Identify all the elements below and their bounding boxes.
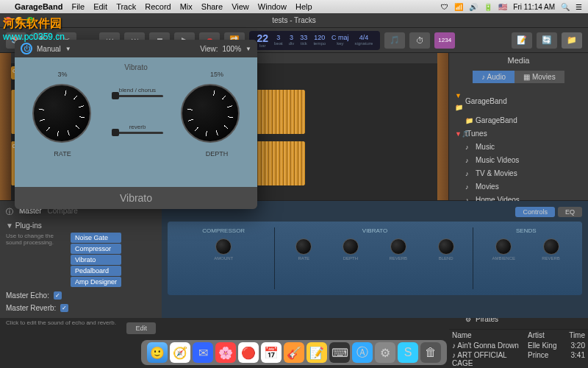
view-zoom[interactable]: 100% bbox=[223, 45, 242, 53]
tab-eq[interactable]: EQ bbox=[558, 207, 582, 217]
knob-amount[interactable] bbox=[215, 238, 232, 255]
wood-sidebar-right bbox=[437, 53, 448, 200]
watermark: 河东软件园 www.pc0359.cn bbox=[3, 16, 65, 42]
depth-dial[interactable] bbox=[181, 84, 240, 143]
inspector-panel: ⓘ Master Compare ▼ Plug-ins Use to chang… bbox=[0, 201, 162, 318]
appstore-icon[interactable]: Ⓐ bbox=[352, 342, 373, 363]
plugins-desc: Use to change the sound processing. bbox=[6, 233, 65, 281]
blend-slider[interactable] bbox=[112, 95, 163, 97]
knob-depth[interactable] bbox=[343, 238, 359, 255]
echo-checkbox[interactable]: ✓ bbox=[54, 291, 62, 300]
track-row[interactable]: ♪ ART OFFICIAL CAGEPrince3:41 bbox=[449, 350, 588, 368]
menu-record[interactable]: Record bbox=[145, 2, 171, 11]
track-list-header[interactable]: Name Artist Time bbox=[449, 330, 588, 341]
spotlight-icon[interactable]: 🔍 bbox=[561, 3, 570, 11]
view-label: View: bbox=[200, 45, 218, 53]
calendar-icon[interactable]: 📅 bbox=[261, 342, 282, 363]
mode-select[interactable]: Manual bbox=[37, 45, 61, 53]
wifi-icon[interactable]: 📶 bbox=[454, 3, 463, 11]
reverb-label: Master Reverb: bbox=[6, 304, 56, 312]
plugin-vibrato[interactable]: Vibrato bbox=[71, 255, 121, 265]
window-title: tests - Tracks bbox=[272, 16, 315, 24]
reverb-label: reverb bbox=[112, 124, 163, 130]
metronome-button[interactable]: ⏱ bbox=[409, 32, 430, 49]
safari-icon[interactable]: 🧭 bbox=[170, 342, 190, 363]
macos-dock[interactable]: 🙂 🧭 ✉ 🌸 🔴 📅 🎸 📝 ⌨ Ⓐ ⚙ S 🗑 bbox=[141, 340, 447, 365]
battery-icon[interactable]: 🔋 bbox=[484, 3, 492, 11]
info-icon[interactable]: ⓘ bbox=[6, 207, 13, 217]
notepad-button[interactable]: 📝 bbox=[512, 32, 532, 49]
skype-icon[interactable]: S bbox=[398, 342, 418, 363]
knob-rate[interactable] bbox=[295, 238, 312, 255]
finder-icon[interactable]: 🙂 bbox=[147, 342, 168, 363]
menu-track[interactable]: Track bbox=[116, 2, 136, 11]
photos-icon[interactable]: 🌸 bbox=[215, 342, 236, 363]
terminal-icon[interactable]: ⌨ bbox=[329, 342, 350, 363]
controls-panel: Controls EQ COMPRESSOR AMOUNT VIBRATO RA… bbox=[162, 201, 588, 318]
reverb-checkbox[interactable]: ✓ bbox=[60, 304, 68, 312]
plugins-header[interactable]: ▼ Plug-ins bbox=[6, 222, 156, 230]
trash-icon[interactable]: 🗑 bbox=[420, 342, 441, 363]
blend-label: blend / chorus bbox=[112, 87, 163, 93]
media-button[interactable]: 📁 bbox=[562, 32, 582, 49]
depth-value: 15% bbox=[96, 71, 338, 78]
knob-reverb[interactable] bbox=[390, 238, 406, 255]
shield-icon[interactable]: 🛡 bbox=[441, 3, 448, 11]
knob-blend[interactable] bbox=[438, 238, 454, 255]
media-panel: Media ♪ Audio ▦ Movies ▼📁GarageBand 📁Gar… bbox=[448, 53, 588, 200]
bottom-panel: ⓘ Master Compare ▼ Plug-ins Use to chang… bbox=[0, 200, 588, 318]
tuner-button[interactable]: 🎵 bbox=[384, 32, 405, 49]
menu-help[interactable]: Help bbox=[295, 2, 312, 11]
echo-label: Master Echo: bbox=[6, 291, 49, 300]
media-title: Media bbox=[449, 53, 588, 68]
flag-icon[interactable]: 🇺🇸 bbox=[498, 3, 507, 11]
window-titlebar: tests - Tracks bbox=[0, 13, 588, 28]
clock[interactable]: Fri 11:14 AM bbox=[513, 3, 555, 11]
mail-icon[interactable]: ✉ bbox=[193, 342, 213, 363]
chrome-icon[interactable]: 🔴 bbox=[238, 342, 259, 363]
plugin-ampdesigner[interactable]: Amp Designer bbox=[71, 277, 121, 287]
garageband-icon[interactable]: 🎸 bbox=[284, 342, 304, 363]
knob-ambience[interactable] bbox=[495, 238, 512, 255]
plugin-compressor[interactable]: Compressor bbox=[71, 244, 121, 254]
tab-audio[interactable]: ♪ Audio bbox=[473, 71, 514, 83]
rate-dial[interactable] bbox=[32, 84, 91, 143]
edit-hint: Click to edit the sound of echo and reve… bbox=[6, 319, 126, 326]
reverb-slider[interactable] bbox=[112, 132, 163, 134]
volume-icon[interactable]: 🔊 bbox=[469, 3, 478, 11]
fx-strip: COMPRESSOR AMOUNT VIBRATO RATE DEPTH REV… bbox=[168, 222, 582, 295]
vibrato-plugin-window[interactable]: ⏻ Manual ▼ View: 100% ▼ Vibrato 3% 15% R… bbox=[15, 40, 257, 209]
menu-share[interactable]: Share bbox=[201, 2, 223, 11]
plugin-noisegate[interactable]: Noise Gate bbox=[71, 233, 121, 243]
knob-send-reverb[interactable] bbox=[543, 238, 559, 255]
edit-button[interactable]: Edit bbox=[126, 322, 156, 334]
power-button[interactable]: ⏻ bbox=[21, 43, 32, 54]
notes-icon[interactable]: 📝 bbox=[306, 342, 327, 363]
menu-edit[interactable]: Edit bbox=[93, 2, 107, 11]
track-row[interactable]: ♪ Ain't Gonna DrownElle King3:20 bbox=[449, 341, 588, 350]
notif-icon[interactable]: ☰ bbox=[576, 3, 582, 11]
tab-movies[interactable]: ▦ Movies bbox=[514, 71, 564, 83]
macos-menubar: GarageBand File Edit Track Record Mix Sh… bbox=[0, 0, 588, 13]
loops-button[interactable]: 🔄 bbox=[537, 32, 557, 49]
depth-label: DEPTH bbox=[96, 150, 338, 158]
menu-window[interactable]: Window bbox=[258, 2, 287, 11]
preferences-icon[interactable]: ⚙ bbox=[375, 342, 395, 363]
plugin-pedalboard[interactable]: Pedalboard bbox=[71, 266, 121, 276]
plugin-footer: Vibrato bbox=[15, 187, 257, 209]
menu-file[interactable]: File bbox=[71, 2, 85, 11]
menu-view[interactable]: View bbox=[232, 2, 249, 11]
lcd-display[interactable]: 22bar 3beat 3div 33tick 120tempo C majke… bbox=[249, 31, 380, 50]
tab-controls[interactable]: Controls bbox=[515, 207, 555, 217]
app-name[interactable]: GarageBand bbox=[15, 2, 62, 11]
count-in-button[interactable]: 1234 bbox=[434, 32, 455, 49]
menu-mix[interactable]: Mix bbox=[180, 2, 193, 11]
